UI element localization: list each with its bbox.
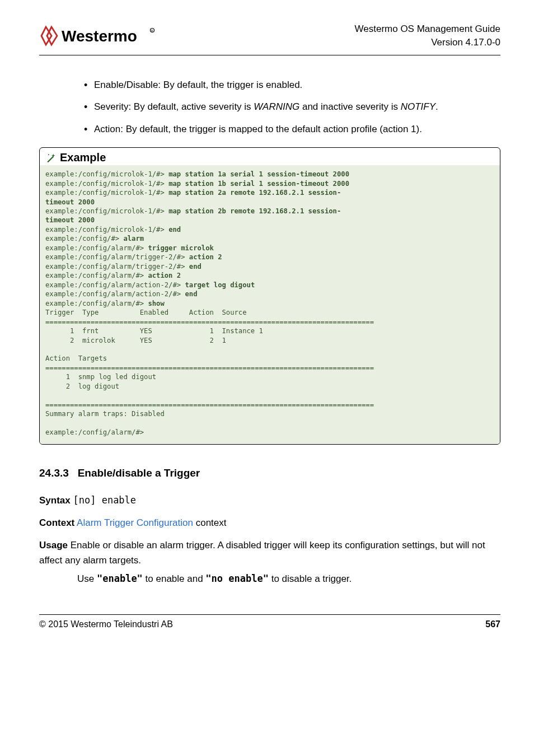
context-row: Context Alarm Trigger Configuration cont…	[39, 516, 500, 530]
example-heading: Example	[40, 148, 500, 165]
svg-text:R: R	[151, 29, 153, 32]
page-footer: © 2015 Westermo Teleindustri AB 567	[39, 619, 500, 641]
header-line-2: Version 4.17.0-0	[355, 36, 500, 49]
wand-icon	[45, 152, 57, 164]
footer-left: © 2015 Westermo Teleindustri AB	[39, 619, 173, 629]
syntax-value: [no] enable	[73, 494, 136, 506]
footer-divider	[39, 614, 500, 615]
bullet-item: Severity: By default, active severity is…	[84, 100, 500, 114]
page-header: Westermo R Westermo OS Management Guide …	[39, 22, 500, 49]
header-title: Westermo OS Management Guide Version 4.1…	[355, 22, 500, 49]
page-number: 567	[485, 619, 500, 629]
svg-text:Westermo: Westermo	[62, 27, 137, 45]
bullet-text: Action: By default, the trigger is mappe…	[94, 124, 422, 134]
context-label: Context	[39, 517, 74, 528]
example-body: example:/config/microlok-1/#> map statio…	[40, 165, 500, 444]
bullet-text: Severity: By default, active severity is…	[94, 101, 438, 112]
section-title: Enable/disable a Trigger	[78, 467, 200, 479]
usage-label: Usage	[39, 540, 68, 550]
context-value: Alarm Trigger Configuration context	[77, 517, 226, 528]
usage-text-1: Enable or disable an alarm trigger. A di…	[39, 540, 485, 565]
syntax-label: Syntax	[39, 495, 71, 506]
svg-point-5	[48, 154, 49, 155]
bullet-item: Enable/Disable: By default, the trigger …	[84, 78, 500, 92]
section-heading: 24.3.3 Enable/disable a Trigger	[39, 467, 500, 479]
header-line-1: Westermo OS Management Guide	[355, 22, 500, 36]
context-link[interactable]: Alarm Trigger Configuration	[77, 517, 193, 528]
bullet-item: Action: By default, the trigger is mappe…	[84, 122, 500, 137]
syntax-row: Syntax [no] enable	[39, 493, 500, 508]
bullet-text: Enable/Disable: By default, the trigger …	[94, 80, 302, 90]
usage-row: Usage Enable or disable an alarm trigger…	[39, 538, 500, 586]
example-box: Example example:/config/microlok-1/#> ma…	[39, 147, 500, 445]
westermo-logo: Westermo R	[39, 25, 168, 47]
bullet-list: Enable/Disable: By default, the trigger …	[84, 78, 500, 137]
usage-text-2: Use "enable" to enable and "no enable" t…	[77, 571, 500, 586]
section-number: 24.3.3	[39, 467, 69, 479]
definition-list: Syntax [no] enable Context Alarm Trigger…	[39, 493, 500, 587]
example-title-text: Example	[60, 151, 106, 164]
header-divider	[39, 55, 500, 55]
